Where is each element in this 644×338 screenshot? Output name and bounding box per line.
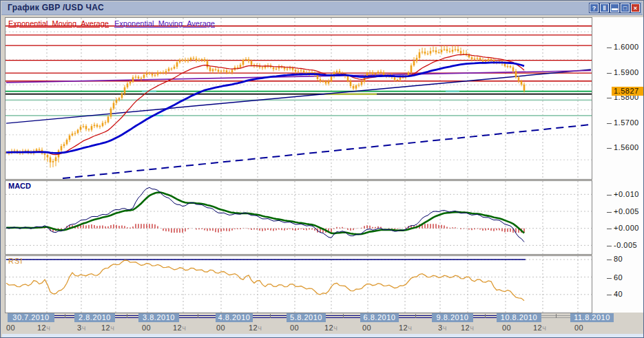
- date-badge: 5.8.2010: [287, 313, 326, 322]
- axis-tick: [607, 123, 612, 124]
- time-label: 00: [290, 324, 299, 332]
- time-label: 3ч: [77, 324, 86, 332]
- rsi-gridlines: [6, 256, 592, 313]
- axis-tick: [607, 278, 612, 279]
- macd-axis-label: +0.010: [614, 190, 639, 198]
- price-axis-label: 1.5900: [614, 68, 639, 76]
- time-label: 12ч: [461, 324, 474, 332]
- axis-tick: [607, 212, 612, 213]
- window-controls: ?‖▬□×: [590, 3, 640, 12]
- macd-gridlines: [6, 181, 592, 254]
- axis-tick: [607, 229, 612, 229]
- maximize-button[interactable]: □: [621, 3, 630, 12]
- time-label: 3ч: [438, 324, 447, 332]
- indicator-legend: Exponential_Moving_Average Exponential_M…: [8, 19, 215, 28]
- help-button[interactable]: ?: [590, 3, 599, 12]
- time-label: 12ч: [249, 324, 262, 332]
- date-badge: 10.8.2010: [497, 313, 541, 322]
- macd-signal-line: [6, 193, 524, 235]
- time-label: 00: [362, 324, 371, 332]
- axis-tick: [607, 246, 612, 246]
- rsi-axis-label: 80: [614, 255, 623, 263]
- time-label: 00: [216, 324, 225, 332]
- rsi-panel[interactable]: RSI: [5, 255, 592, 313]
- macd-label: MACD: [8, 182, 31, 190]
- axis-tick: [607, 295, 612, 295]
- date-axis-tick: [270, 314, 271, 318]
- date-badge: 4.8.2010: [216, 313, 253, 322]
- price-chart-canvas[interactable]: [6, 18, 592, 179]
- date-badge: 3.8.2010: [138, 313, 179, 322]
- time-label: 12ч: [324, 324, 337, 332]
- pause-button[interactable]: ‖: [600, 3, 609, 12]
- date-axis: 30.7.20102.8.20103.8.20104.8.20105.8.201…: [5, 313, 643, 333]
- bottom-strip: [2, 334, 643, 337]
- level-accent-segments: [142, 92, 459, 116]
- time-label: 00: [142, 324, 151, 332]
- axis-tick: [607, 98, 612, 98]
- time-label: 12ч: [399, 324, 412, 332]
- macd-axis-label: -0.005: [614, 241, 637, 249]
- date-axis-tick: [415, 314, 416, 318]
- date-badge: 11.8.2010: [570, 313, 614, 322]
- minimize-button[interactable]: ▬: [610, 3, 619, 12]
- value-axis: 1.60001.59001.58001.57001.5600+0.010+0.0…: [592, 17, 643, 313]
- close-button[interactable]: ×: [631, 3, 640, 12]
- rsi-canvas[interactable]: [6, 256, 592, 313]
- time-label: 12ч: [533, 324, 546, 332]
- axis-tick: [607, 195, 612, 196]
- date-badge: 9.8.2010: [432, 313, 473, 322]
- time-label: 00: [6, 324, 15, 332]
- macd-panel[interactable]: MACD: [5, 180, 592, 255]
- chart-window: График GBP /USD ЧАС ?‖▬□× Exponential_Mo…: [0, 0, 644, 338]
- axis-tick: [607, 73, 612, 74]
- trend-lines: [6, 70, 591, 178]
- axis-tick: [607, 148, 612, 149]
- current-price-tag: 1.5827: [612, 87, 644, 96]
- window-titlebar[interactable]: График GBP /USD ЧАС ?‖▬□×: [1, 1, 643, 15]
- price-axis-label: 1.5600: [614, 143, 639, 151]
- rsi-label: RSI: [8, 257, 23, 265]
- time-label: 12ч: [173, 324, 186, 332]
- legend-ema-slow: Exponential_Moving_Average: [114, 19, 215, 28]
- time-label: 00: [574, 324, 583, 332]
- axis-tick: [607, 47, 612, 48]
- price-axis-label: 1.5700: [614, 118, 639, 127]
- date-badge: 2.8.2010: [74, 313, 115, 322]
- macd-axis-label: +0.005: [614, 207, 639, 215]
- date-axis-tick: [343, 314, 344, 318]
- axis-tick: [607, 260, 612, 260]
- time-label: 00: [502, 324, 511, 332]
- price-axis-label: 1.6000: [614, 43, 639, 51]
- rsi-axis-label: 60: [614, 273, 623, 282]
- date-axis-tick: [65, 314, 65, 318]
- time-label: 12ч: [37, 324, 50, 332]
- date-badge: 30.7.2010: [8, 313, 54, 322]
- date-badge: 6.8.2010: [360, 313, 399, 322]
- macd-line: [6, 187, 524, 242]
- macd-canvas[interactable]: [6, 181, 592, 254]
- rsi-axis-label: 40: [614, 290, 623, 298]
- candles: [6, 45, 525, 168]
- date-axis-tick: [198, 314, 198, 318]
- date-axis-tick: [485, 314, 486, 318]
- macd-axis-label: +0.000: [614, 224, 639, 232]
- legend-ema-fast: Exponential_Moving_Average: [8, 19, 109, 28]
- time-label: 12ч: [101, 324, 114, 332]
- date-axis-tick: [556, 314, 557, 318]
- price-chart-panel[interactable]: Exponential_Moving_Average Exponential_M…: [5, 17, 592, 180]
- date-axis-tick: [127, 314, 127, 318]
- window-title: График GBP /USD ЧАС: [8, 3, 104, 12]
